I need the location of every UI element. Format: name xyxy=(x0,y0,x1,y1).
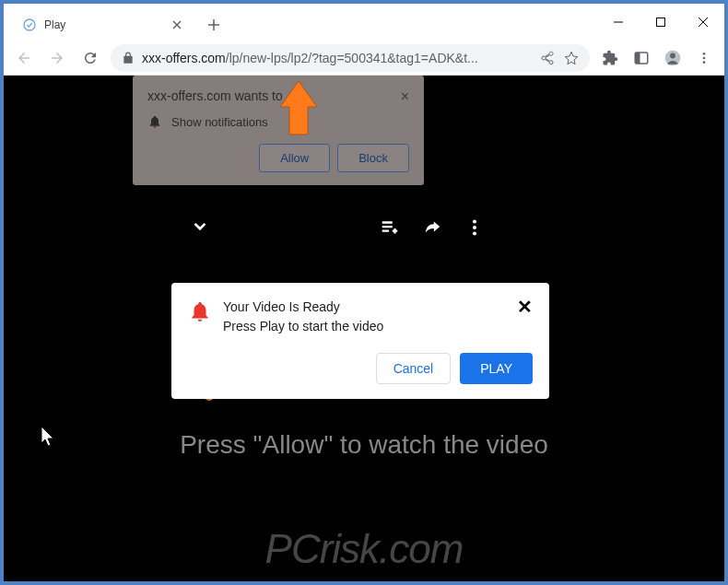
allow-button[interactable]: Allow xyxy=(259,144,330,172)
svg-rect-3 xyxy=(635,53,640,64)
svg-point-6 xyxy=(703,53,706,55)
svg-point-11 xyxy=(473,231,476,235)
svg-point-7 xyxy=(703,56,706,59)
ready-title: Your Video Is Ready xyxy=(223,298,506,317)
cancel-button[interactable]: Cancel xyxy=(376,353,452,384)
bell-icon xyxy=(188,299,212,323)
playlist-add-icon[interactable] xyxy=(380,217,400,238)
new-tab-button[interactable] xyxy=(201,12,227,38)
tab-strip: Play xyxy=(4,4,597,41)
svg-rect-1 xyxy=(657,18,665,27)
close-tab-icon[interactable] xyxy=(170,18,184,32)
chevron-down-icon[interactable] xyxy=(188,214,212,238)
share-arrow-icon[interactable] xyxy=(422,217,442,238)
tab-favicon xyxy=(22,18,37,32)
svg-point-0 xyxy=(24,19,35,30)
pointer-arrow-annotation xyxy=(278,79,334,144)
close-window-button[interactable] xyxy=(682,4,724,41)
browser-tab[interactable]: Play xyxy=(11,9,195,41)
watermark-text: PCrisk.com xyxy=(265,526,464,572)
menu-icon[interactable] xyxy=(691,45,717,71)
window-controls xyxy=(597,4,724,41)
svg-point-5 xyxy=(670,53,675,58)
ready-subtitle: Press Play to start the video xyxy=(223,317,506,336)
block-button[interactable]: Block xyxy=(337,144,409,172)
forward-button[interactable] xyxy=(44,45,70,71)
page-content: xxx-offers.com wants to × Show notificat… xyxy=(4,76,724,581)
side-panel-icon[interactable] xyxy=(628,45,654,71)
maximize-button[interactable] xyxy=(640,4,682,41)
address-bar[interactable]: xxx-offers.com/lp/new-lps/lp2/?tag=50034… xyxy=(111,44,590,72)
close-icon[interactable]: × xyxy=(401,88,409,105)
mouse-cursor xyxy=(41,426,57,448)
close-icon[interactable]: ✕ xyxy=(517,298,533,316)
instruction-text: Press "Allow" to watch the video xyxy=(4,430,724,460)
window-titlebar: Play xyxy=(4,4,724,41)
reload-button[interactable] xyxy=(77,45,103,71)
toolbar-right xyxy=(597,45,717,71)
svg-point-8 xyxy=(703,61,706,64)
share-icon[interactable] xyxy=(540,51,555,65)
minimize-button[interactable] xyxy=(597,4,640,41)
video-controls-row xyxy=(4,214,724,241)
browser-toolbar: xxx-offers.com/lp/new-lps/lp2/?tag=50034… xyxy=(4,41,724,76)
video-ready-dialog: Your Video Is Ready Press Play to start … xyxy=(171,283,549,399)
profile-icon[interactable] xyxy=(660,45,686,71)
play-button[interactable]: PLAY xyxy=(460,353,533,384)
svg-point-9 xyxy=(473,220,476,224)
address-actions xyxy=(540,51,579,65)
svg-point-10 xyxy=(473,226,476,229)
url-text: xxx-offers.com/lp/new-lps/lp2/?tag=50034… xyxy=(142,51,478,65)
lock-icon xyxy=(122,52,135,64)
star-icon[interactable] xyxy=(564,51,579,65)
extensions-icon[interactable] xyxy=(597,45,623,71)
notification-popup-title: xxx-offers.com wants to xyxy=(147,88,283,103)
tab-title: Play xyxy=(44,18,162,31)
back-button[interactable] xyxy=(11,45,37,71)
more-vertical-icon[interactable] xyxy=(464,217,485,238)
notification-permission-label: Show notifications xyxy=(171,115,268,129)
bell-icon xyxy=(147,114,162,129)
